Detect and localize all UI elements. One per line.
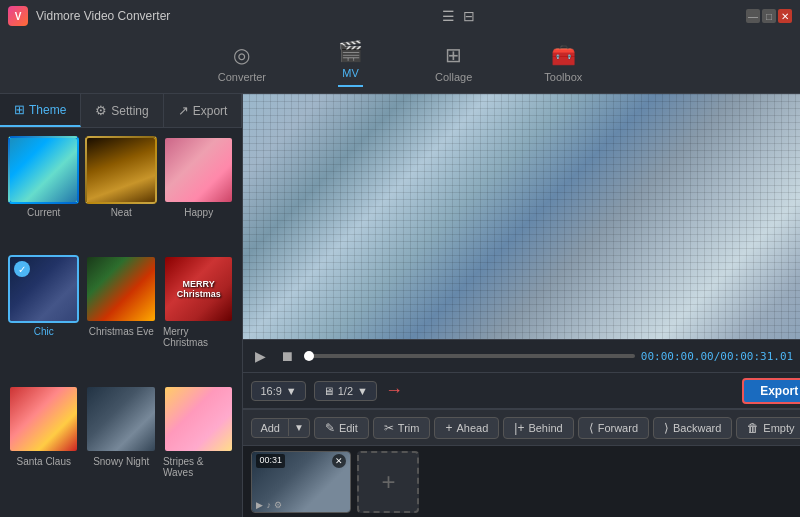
theme-snowy-night[interactable]: Snowy Night [85,385,156,509]
tab-setting[interactable]: ⚙ Setting [81,94,163,127]
trim-label: Trim [398,422,420,434]
ahead-button[interactable]: + Ahead [434,417,499,439]
add-button-group[interactable]: Add ▼ [251,418,309,438]
forward-button[interactable]: ⟨ Forward [578,417,649,439]
behind-label: Behind [528,422,562,434]
theme-christmas-eve-label: Christmas Eve [89,326,154,337]
message-icon[interactable]: ☰ [442,8,455,24]
play-button[interactable]: ▶ [251,346,270,366]
right-panel: ▶ ⏹ 00:00:00.00/00:00:31.01 🔊 16:9 ▼ 🖥 1… [243,94,800,517]
backward-label: Backward [673,422,721,434]
theme-stripes-waves[interactable]: Stripes & Waves [163,385,234,509]
theme-happy[interactable]: Happy [163,136,234,249]
aspect-ratio-label: 16:9 [260,385,281,397]
empty-button[interactable]: 🗑 Empty [736,417,800,439]
export-tab-label: Export [193,104,228,118]
aspect-ratio-arrow: ▼ [286,385,297,397]
theme-santa-claus-thumb [8,385,79,453]
theme-current[interactable]: Current [8,136,79,249]
nav-mv[interactable]: 🎬 MV [326,35,375,91]
audio-icon: ♪ [266,500,271,510]
tab-export[interactable]: ↗ Export [164,94,243,127]
nav-toolbox-label: Toolbox [544,71,582,83]
app-icon: V [8,6,28,26]
time-display: 00:00:00.00/00:00:31.01 [641,350,793,363]
backward-button[interactable]: ⟩ Backward [653,417,732,439]
nav-mv-label: MV [342,67,359,79]
maximize-button[interactable]: □ [762,9,776,23]
theme-merry-christmas[interactable]: MERRYChristmas Merry Christmas [163,255,234,379]
selected-check: ✓ [14,261,30,277]
preview-area [243,94,800,339]
mv-icon: 🎬 [338,39,363,63]
theme-tab-icon: ⊞ [14,102,25,117]
theme-santa-claus-label: Santa Claus [16,456,70,467]
theme-snowy-night-label: Snowy Night [93,456,149,467]
menu-icon[interactable]: ⊟ [463,8,475,24]
forward-icon: ⟨ [589,421,594,435]
theme-current-label: Current [27,207,60,218]
title-bar-left: V Vidmore Video Converter [8,6,170,26]
resolution-button[interactable]: 🖥 1/2 ▼ [314,381,377,401]
settings2-icon: ⚙ [274,500,282,510]
theme-merry-christmas-thumb: MERRYChristmas [163,255,234,323]
theme-neat[interactable]: Neat [85,136,156,249]
nav-collage-label: Collage [435,71,472,83]
add-media-button[interactable]: + [357,451,419,513]
title-bar-extra-icons: ☰ ⊟ [442,8,475,24]
nav-converter[interactable]: ◎ Converter [206,39,278,87]
export-arrow-indicator: → [385,380,403,401]
theme-grid: Current Neat Happy ✓ Chic [0,128,242,517]
controls-bar: ▶ ⏹ 00:00:00.00/00:00:31.01 🔊 [243,339,800,373]
timeline-progress[interactable] [304,354,634,358]
setting-tab-icon: ⚙ [95,103,107,118]
timeline-close-button[interactable]: ✕ [332,454,346,468]
theme-chic-label: Chic [34,326,54,337]
theme-christmas-eve[interactable]: Christmas Eve [85,255,156,379]
window-controls[interactable]: — □ ✕ [746,9,792,23]
close-button[interactable]: ✕ [778,9,792,23]
export-tab-icon: ↗ [178,103,189,118]
forward-label: Forward [598,422,638,434]
edit-button[interactable]: ✎ Edit [314,417,369,439]
theme-christmas-eve-thumb [85,255,156,323]
behind-button[interactable]: |+ Behind [503,417,573,439]
resolution-icon: 🖥 [323,385,334,397]
add-dropdown-arrow[interactable]: ▼ [288,419,309,436]
edit-label: Edit [339,422,358,434]
theme-stripes-waves-thumb [163,385,234,453]
add-label: Add [252,419,288,437]
nav-toolbox[interactable]: 🧰 Toolbox [532,39,594,87]
left-panel: ⊞ Theme ⚙ Setting ↗ Export Current [0,94,243,517]
video-type-icon: ▶ [256,500,263,510]
theme-neat-thumb [85,136,156,204]
nav-collage[interactable]: ⊞ Collage [423,39,484,87]
minimize-button[interactable]: — [746,9,760,23]
empty-label: Empty [763,422,794,434]
trim-button[interactable]: ✂ Trim [373,417,431,439]
ahead-icon: + [445,421,452,435]
preview-canvas [243,94,800,339]
timeline-item-icons: ▶ ♪ ⚙ [256,500,282,510]
trim-icon: ✂ [384,421,394,435]
export-button[interactable]: Export [742,378,800,404]
theme-chic[interactable]: ✓ Chic [8,255,79,379]
theme-santa-claus[interactable]: Santa Claus [8,385,79,509]
empty-icon: 🗑 [747,421,759,435]
aspect-ratio-button[interactable]: 16:9 ▼ [251,381,305,401]
main-layout: ⊞ Theme ⚙ Setting ↗ Export Current [0,94,800,517]
theme-neat-label: Neat [111,207,132,218]
collage-icon: ⊞ [445,43,462,67]
ahead-label: Ahead [456,422,488,434]
theme-stripes-waves-label: Stripes & Waves [163,456,234,478]
stop-button[interactable]: ⏹ [276,346,298,366]
theme-snowy-night-thumb [85,385,156,453]
toolbox-icon: 🧰 [551,43,576,67]
timeline-item[interactable]: 00:31 ✕ ▶ ♪ ⚙ [251,451,351,513]
bottom-toolbar: Add ▼ ✎ Edit ✂ Trim + Ahead |+ Behind ⟨ … [243,409,800,445]
theme-happy-thumb [163,136,234,204]
theme-chic-thumb: ✓ [8,255,79,323]
app-title: Vidmore Video Converter [36,9,170,23]
tab-theme[interactable]: ⊞ Theme [0,94,81,127]
converter-icon: ◎ [233,43,250,67]
